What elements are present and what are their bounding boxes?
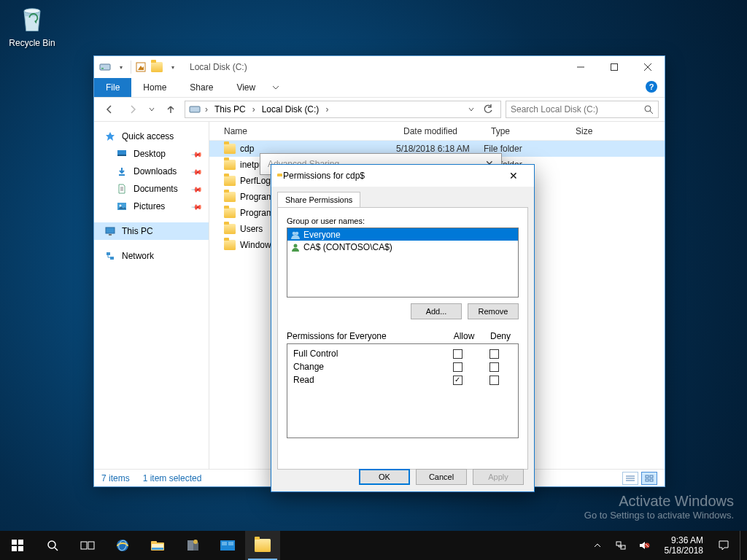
- qat-dropdown-icon[interactable]: ▾: [115, 61, 128, 74]
- desktop: Recycle Bin ▾ ▾ Local Disk (C:) File Hom…: [0, 0, 747, 560]
- recycle-bin[interactable]: Recycle Bin: [4, 3, 60, 48]
- sidebar-item-desktop[interactable]: Desktop📌: [94, 145, 209, 163]
- user-name: CA$ (CONTOSO\CA$): [303, 242, 392, 252]
- deny-header: Deny: [482, 331, 519, 341]
- nav-recent[interactable]: [147, 100, 157, 119]
- search-button[interactable]: [35, 531, 70, 560]
- svg-rect-35: [12, 546, 17, 551]
- col-type[interactable]: Type: [484, 126, 568, 136]
- tab-share-permissions[interactable]: Share Permissions: [277, 192, 360, 208]
- search-box[interactable]: [506, 101, 659, 118]
- drive-icon: [188, 103, 201, 116]
- tab-file[interactable]: File: [94, 78, 131, 97]
- nav-forward[interactable]: [123, 100, 142, 119]
- group-icon: [290, 230, 301, 240]
- deny-checkbox[interactable]: [489, 349, 499, 359]
- tab-home[interactable]: Home: [131, 78, 178, 97]
- volume-tray-icon[interactable]: [637, 531, 651, 560]
- address-dropdown-icon[interactable]: [465, 106, 477, 112]
- recycle-bin-icon: [16, 3, 48, 35]
- task-view-button[interactable]: [70, 531, 105, 560]
- nav-up[interactable]: [161, 100, 180, 119]
- sidebar-label: This PC: [122, 226, 153, 236]
- explorer-titlebar[interactable]: ▾ ▾ Local Disk (C:): [94, 56, 665, 78]
- taskbar-server-manager[interactable]: [175, 531, 210, 560]
- tray-up-icon[interactable]: [590, 531, 605, 560]
- search-icon[interactable]: [643, 104, 654, 114]
- show-desktop-button[interactable]: [740, 531, 744, 560]
- taskbar-folder-active[interactable]: [245, 531, 280, 560]
- permission-label: Change: [293, 362, 439, 372]
- ok-button[interactable]: OK: [359, 469, 410, 485]
- sidebar-label: Downloads: [133, 166, 177, 176]
- permission-row: Full Control: [287, 347, 518, 360]
- maximize-button[interactable]: [597, 56, 631, 78]
- search-input[interactable]: [511, 104, 635, 114]
- add-button[interactable]: Add...: [411, 303, 462, 319]
- svg-rect-33: [12, 540, 17, 545]
- view-details-button[interactable]: [622, 472, 638, 485]
- close-button[interactable]: ✕: [499, 166, 528, 186]
- col-date[interactable]: Date modified: [396, 126, 484, 136]
- taskbar-explorer[interactable]: [140, 531, 175, 560]
- network-icon: [104, 250, 116, 262]
- sidebar-item-network[interactable]: Network: [94, 247, 209, 265]
- allow-checkbox[interactable]: ✓: [453, 376, 462, 385]
- deny-checkbox[interactable]: [489, 376, 499, 385]
- apply-button[interactable]: Apply: [473, 469, 524, 485]
- chevron-right-icon[interactable]: ›: [252, 104, 256, 114]
- new-folder-icon[interactable]: [150, 61, 163, 74]
- view-icons-button[interactable]: [641, 472, 657, 485]
- chevron-right-icon[interactable]: ›: [325, 104, 329, 114]
- user-row[interactable]: CA$ (CONTOSO\CA$): [287, 241, 518, 253]
- help-icon: ?: [646, 81, 657, 93]
- crumb-thispc[interactable]: This PC: [212, 104, 249, 114]
- ribbon-expand-icon[interactable]: [267, 78, 285, 97]
- properties-icon[interactable]: [134, 61, 147, 74]
- col-size[interactable]: Size: [568, 126, 665, 136]
- user-list[interactable]: EveryoneCA$ (CONTOSO\CA$): [287, 228, 519, 298]
- help-button[interactable]: ?: [643, 78, 660, 96]
- sidebar-item-pictures[interactable]: Pictures📌: [94, 198, 209, 215]
- deny-checkbox[interactable]: [489, 362, 499, 372]
- sidebar-item-downloads[interactable]: Downloads📌: [94, 163, 209, 180]
- action-center-icon[interactable]: [716, 531, 731, 560]
- taskbar-ie[interactable]: [105, 531, 140, 560]
- svg-rect-44: [151, 541, 157, 544]
- start-button[interactable]: [0, 531, 35, 560]
- permissions-titlebar[interactable]: Permissions for cdp$ ✕: [271, 165, 534, 187]
- allow-header: Allow: [446, 331, 482, 341]
- chevron-right-icon[interactable]: ›: [204, 104, 209, 114]
- tab-share[interactable]: Share: [178, 78, 225, 97]
- taskbar-app[interactable]: [210, 531, 245, 560]
- permission-label: Read: [293, 375, 439, 385]
- minimize-button[interactable]: [564, 56, 597, 78]
- qat-more-icon[interactable]: ▾: [166, 61, 179, 74]
- pin-icon: 📌: [191, 201, 203, 212]
- cancel-button[interactable]: Cancel: [416, 469, 467, 485]
- column-headers[interactable]: Name Date modified Type Size: [209, 122, 665, 141]
- sidebar-item-thispc[interactable]: This PC: [94, 222, 209, 240]
- col-name[interactable]: Name: [209, 126, 396, 136]
- svg-point-30: [293, 231, 296, 235]
- remove-button[interactable]: Remove: [468, 303, 519, 319]
- user-row[interactable]: Everyone: [287, 228, 518, 241]
- folder-icon: [224, 144, 236, 154]
- tab-view[interactable]: View: [225, 78, 267, 97]
- allow-checkbox[interactable]: [453, 362, 462, 372]
- nav-back[interactable]: [100, 100, 119, 119]
- folder-icon: [224, 240, 236, 250]
- svg-point-31: [295, 231, 299, 235]
- allow-checkbox[interactable]: [453, 349, 462, 359]
- network-tray-icon[interactable]: [614, 531, 628, 560]
- sidebar-item-documents[interactable]: Documents📌: [94, 180, 209, 198]
- refresh-icon[interactable]: [479, 104, 498, 114]
- breadcrumb[interactable]: › This PC › Local Disk (C:) ›: [185, 101, 501, 118]
- close-button[interactable]: [631, 56, 665, 78]
- clock[interactable]: 9:36 AM 5/18/2018: [660, 535, 708, 556]
- folder-icon: [224, 224, 236, 234]
- group-label: Group or user names:: [287, 217, 519, 225]
- sidebar-quick-access[interactable]: Quick access: [94, 128, 209, 145]
- crumb-current[interactable]: Local Disk (C:): [259, 104, 322, 114]
- svg-rect-52: [228, 542, 233, 545]
